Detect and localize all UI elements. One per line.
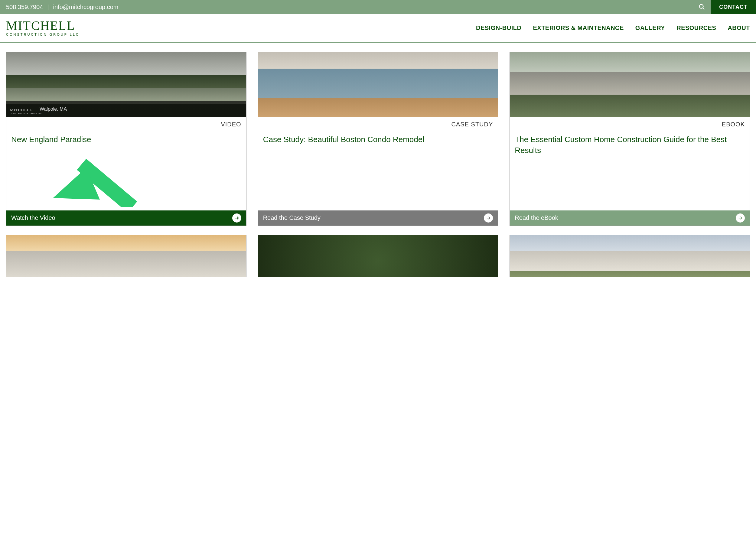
svg-line-1: [703, 8, 705, 10]
card-ebook[interactable]: EBOOK The Essential Custom Home Construc…: [510, 52, 750, 226]
card-image: MITCHELL CONSTRUCTION GROUP INC Walpole,…: [6, 52, 246, 117]
cta-label: Watch the Video: [11, 214, 55, 221]
search-icon: [699, 4, 705, 10]
top-bar-left: 508.359.7904 | info@mitchcogroup.com: [6, 4, 119, 11]
arrow-right-icon: [232, 213, 241, 223]
logo[interactable]: MITCHELL CONSTRUCTION GROUP LLC: [6, 19, 80, 36]
cta-label: Read the eBook: [515, 214, 558, 221]
cards-grid: MITCHELL CONSTRUCTION GROUP INC Walpole,…: [0, 43, 756, 226]
card-image: [258, 235, 498, 277]
arrow-right-icon: [484, 213, 493, 223]
divider: |: [47, 4, 49, 11]
nav-exteriors[interactable]: EXTERIORS & MAINTENANCE: [533, 24, 624, 31]
card-title: New England Paradise: [6, 128, 246, 145]
card-title: The Essential Custom Home Construction G…: [510, 128, 750, 156]
top-bar: 508.359.7904 | info@mitchcogroup.com CON…: [0, 0, 756, 14]
cards-grid-row2: [0, 226, 756, 277]
image-caption: Walpole, MA: [40, 106, 67, 112]
card-image: [510, 52, 750, 117]
phone-link[interactable]: 508.359.7904: [6, 4, 43, 11]
card-row2-1[interactable]: [6, 235, 246, 277]
card-image: [258, 52, 498, 117]
card-case-study[interactable]: CASE STUDY Case Study: Beautiful Boston …: [258, 52, 498, 226]
search-button[interactable]: [693, 0, 711, 14]
card-cta-read-ebook[interactable]: Read the eBook: [510, 210, 750, 226]
card-cta-watch-video[interactable]: Watch the Video: [6, 210, 246, 226]
nav-design-build[interactable]: DESIGN-BUILD: [476, 24, 521, 31]
nav-links: DESIGN-BUILD EXTERIORS & MAINTENANCE GAL…: [476, 24, 750, 31]
nav-bar: MITCHELL CONSTRUCTION GROUP LLC DESIGN-B…: [0, 14, 756, 42]
contact-button[interactable]: CONTACT: [711, 0, 756, 14]
cta-label: Read the Case Study: [263, 214, 321, 221]
card-row2-2[interactable]: [258, 235, 498, 277]
card-tag: EBOOK: [510, 117, 750, 128]
card-image: [6, 235, 246, 277]
card-tag: VIDEO: [6, 117, 246, 128]
arrow-right-icon: [736, 213, 745, 223]
logo-main: MITCHELL: [6, 19, 80, 32]
nav-gallery[interactable]: GALLERY: [635, 24, 665, 31]
logo-sub: CONSTRUCTION GROUP LLC: [6, 33, 80, 36]
card-video[interactable]: MITCHELL CONSTRUCTION GROUP INC Walpole,…: [6, 52, 246, 226]
nav-resources[interactable]: RESOURCES: [676, 24, 716, 31]
card-title: Case Study: Beautiful Boston Condo Remod…: [258, 128, 498, 145]
card-cta-read-case-study[interactable]: Read the Case Study: [258, 210, 498, 226]
nav-about[interactable]: ABOUT: [728, 24, 750, 31]
email-link[interactable]: info@mitchcogroup.com: [53, 4, 119, 11]
card-tag: CASE STUDY: [258, 117, 498, 128]
svg-point-0: [699, 5, 703, 8]
card-image: [510, 235, 750, 277]
card-row2-3[interactable]: [510, 235, 750, 277]
top-bar-right: CONTACT: [693, 0, 756, 14]
